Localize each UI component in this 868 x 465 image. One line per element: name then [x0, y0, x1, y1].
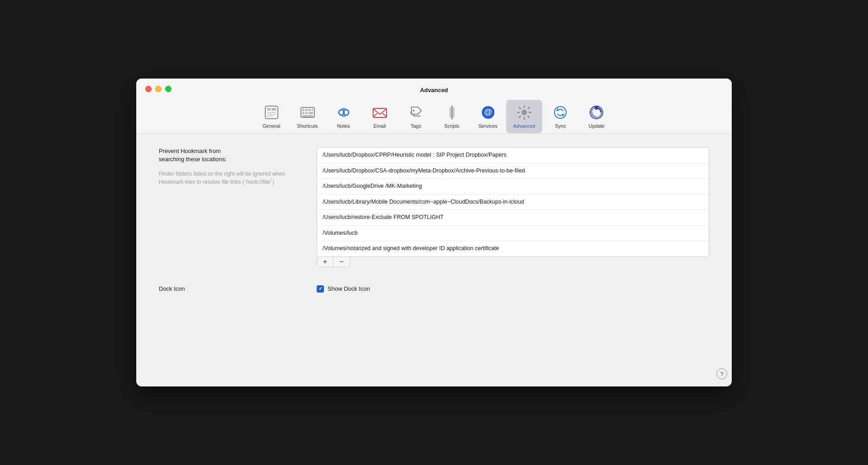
svg-rect-1: [267, 108, 271, 111]
list-item[interactable]: /Users/lucb/Dropbox/CPRP/Heuristic model…: [317, 148, 709, 163]
shortcuts-icon: [299, 103, 317, 121]
svg-rect-9: [309, 109, 311, 111]
list-item[interactable]: /Users/lucb/GoogleDrive /MK-Marketing: [317, 179, 709, 195]
add-location-button[interactable]: +: [317, 257, 333, 267]
svg-rect-10: [312, 109, 313, 111]
tab-scripts-label: Scripts: [444, 123, 460, 129]
svg-rect-13: [309, 112, 313, 114]
svg-line-18: [373, 113, 377, 117]
svg-rect-11: [302, 112, 305, 114]
notes-icon: [335, 103, 353, 121]
minimize-button[interactable]: [155, 86, 162, 92]
toolbar: General Shortcuts: [145, 100, 723, 133]
tab-services-label: Services: [478, 123, 497, 129]
remove-location-button[interactable]: −: [333, 257, 350, 267]
locations-section: Prevent Hookmark from searching these lo…: [159, 147, 709, 267]
svg-line-34: [519, 116, 521, 118]
checkbox-row: ✓ Show Dock Icon: [317, 285, 370, 293]
advanced-icon: [515, 103, 533, 121]
list-item[interactable]: /Users/lucb/Library/Mobile Documents/com…: [317, 195, 709, 210]
tab-general[interactable]: General: [254, 100, 290, 133]
locations-list: /Users/lucb/Dropbox/CPRP/Heuristic model…: [317, 147, 709, 257]
sync-icon: [551, 103, 569, 121]
show-dock-icon-label: Show Dock Icon: [328, 285, 370, 292]
tab-shortcuts-label: Shortcuts: [297, 123, 318, 129]
tags-icon: [407, 103, 425, 121]
tab-shortcuts[interactable]: Shortcuts: [290, 100, 326, 133]
locations-title: Prevent Hookmark from searching these lo…: [159, 147, 303, 163]
list-item[interactable]: /Users/lucb/Dropbox/CSA-dropbox/myMeta-D…: [317, 163, 709, 179]
tab-update[interactable]: Update: [578, 100, 614, 133]
tab-services[interactable]: @ Services: [470, 100, 506, 133]
help-btn-row: ?: [136, 368, 732, 386]
tab-scripts[interactable]: Scripts: [434, 100, 470, 133]
svg-line-33: [528, 107, 530, 109]
svg-point-20: [413, 110, 415, 112]
dock-label: Dock Icon: [159, 285, 303, 292]
window-title: Advanced: [145, 87, 723, 93]
checkmark: ✓: [319, 286, 323, 292]
maximize-button[interactable]: [165, 86, 171, 92]
svg-rect-7: [302, 109, 305, 111]
svg-line-32: [528, 116, 530, 118]
tab-advanced[interactable]: Advanced: [506, 100, 543, 133]
list-item[interactable]: /Volumes/lucb: [317, 226, 709, 242]
locations-label-area: Prevent Hookmark from searching these lo…: [159, 147, 303, 267]
svg-rect-12: [305, 112, 308, 114]
svg-point-35: [522, 110, 526, 115]
content-area: Prevent Hookmark from searching these lo…: [136, 134, 732, 368]
list-controls: + −: [317, 257, 350, 267]
list-item[interactable]: /Volumes/notarized and signed with devel…: [317, 241, 709, 256]
tab-email[interactable]: Email: [362, 100, 398, 133]
svg-rect-4: [267, 114, 276, 115]
services-icon: @: [479, 103, 497, 121]
help-button[interactable]: ?: [716, 368, 727, 379]
locations-desc: Finder folders listed on the right will …: [159, 170, 303, 186]
svg-rect-14: [302, 115, 313, 117]
tab-email-label: Email: [374, 123, 386, 129]
svg-line-19: [383, 113, 387, 117]
general-icon: [263, 103, 281, 121]
email-icon: [371, 103, 389, 121]
tab-tags[interactable]: Tags: [398, 100, 434, 133]
close-button[interactable]: [145, 86, 152, 92]
show-dock-icon-checkbox[interactable]: ✓: [317, 285, 324, 293]
svg-text:@: @: [484, 107, 492, 116]
tab-sync[interactable]: Sync: [542, 100, 578, 133]
svg-rect-3: [267, 112, 276, 113]
svg-rect-2: [272, 108, 276, 111]
svg-rect-17: [373, 108, 387, 117]
tab-notes[interactable]: Notes: [326, 100, 362, 133]
tab-general-label: General: [263, 123, 280, 129]
tab-tags-label: Tags: [411, 123, 421, 129]
svg-line-31: [519, 107, 521, 109]
svg-rect-5: [267, 116, 273, 116]
app-window: Advanced General: [136, 79, 732, 386]
tab-sync-label: Sync: [555, 123, 566, 129]
update-icon: [587, 103, 605, 121]
titlebar: Advanced General: [136, 79, 732, 134]
list-item[interactable]: /Users/lucb/restore-Exclude FROM SPOTLIG…: [317, 210, 709, 226]
svg-point-36: [554, 107, 566, 118]
tab-notes-label: Notes: [337, 123, 350, 129]
scripts-icon: [443, 103, 461, 121]
tab-advanced-label: Advanced: [513, 123, 536, 129]
locations-content: /Users/lucb/Dropbox/CPRP/Heuristic model…: [317, 147, 709, 267]
svg-rect-8: [305, 109, 308, 111]
tab-update-label: Update: [589, 123, 605, 129]
dock-section: Dock Icon ✓ Show Dock Icon: [159, 285, 709, 293]
